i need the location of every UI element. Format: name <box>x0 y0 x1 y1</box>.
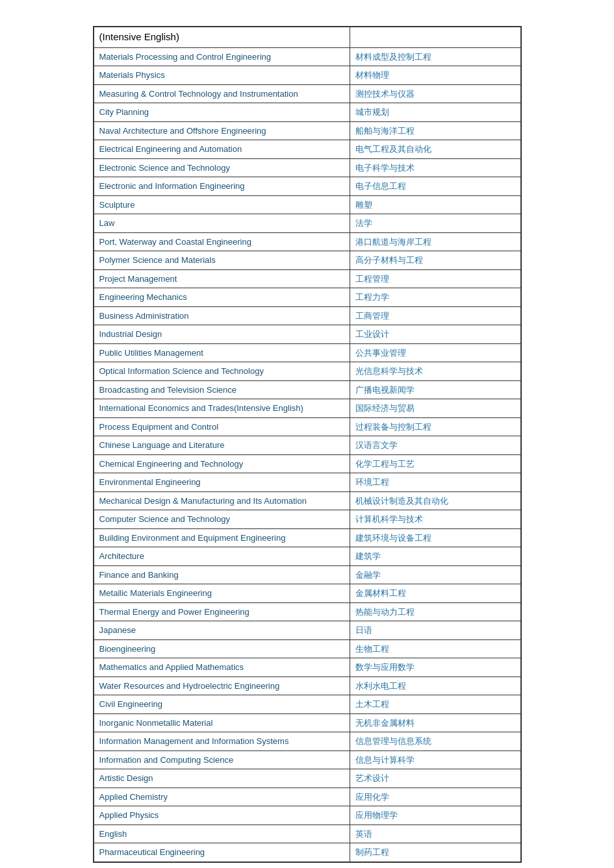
english-name: Building Environment and Equipment Engin… <box>94 528 350 547</box>
chinese-name: 雕塑 <box>350 195 520 214</box>
english-name: Law <box>94 214 350 233</box>
table-row: International Economics and Trades(Inten… <box>94 399 520 418</box>
chinese-name: 信息与计算科学 <box>350 750 520 769</box>
chinese-name: 公共事业管理 <box>350 343 520 362</box>
english-name: Thermal Energy and Power Engineering <box>94 602 350 621</box>
table-row: Electronic Science and Technology电子科学与技术 <box>94 158 520 177</box>
english-name: Chemical Engineering and Technology <box>94 454 350 473</box>
english-name: Finance and Banking <box>94 565 350 584</box>
chinese-name: 材料成型及控制工程 <box>350 47 520 66</box>
table-row: Building Environment and Equipment Engin… <box>94 528 520 547</box>
chinese-name <box>350 27 520 48</box>
chinese-name: 电子信息工程 <box>350 177 520 196</box>
chinese-name: 生物工程 <box>350 639 520 658</box>
english-name: Public Utilities Management <box>94 343 350 362</box>
english-name: Broadcasting and Television Science <box>94 380 350 399</box>
table-row: Public Utilities Management公共事业管理 <box>94 343 520 362</box>
english-name: Inorganic Nonmetallic Material <box>94 713 350 732</box>
table-row: Port, Waterway and Coastal Engineering港口… <box>94 232 520 251</box>
english-name: Information and Computing Science <box>94 750 350 769</box>
english-name: English <box>94 825 350 843</box>
table-row: Polymer Science and Materials高分子材料与工程 <box>94 251 520 270</box>
english-name: Polymer Science and Materials <box>94 251 350 270</box>
chinese-name: 机械设计制造及其自动化 <box>350 491 520 510</box>
table-row: Law法学 <box>94 214 520 233</box>
table-row: Engineering Mechanics工程力学 <box>94 288 520 307</box>
english-name: Materials Processing and Control Enginee… <box>94 47 350 66</box>
english-name: Artistic Design <box>94 769 350 788</box>
english-name: Applied Chemistry <box>94 787 350 806</box>
chinese-name: 日语 <box>350 621 520 640</box>
table-row: Information and Computing Science信息与计算科学 <box>94 750 520 769</box>
table-row: Computer Science and Technology计算机科学与技术 <box>94 510 520 529</box>
main-table: (Intensive English)Materials Processing … <box>93 26 522 863</box>
english-name: Mechanical Design & Manufacturing and It… <box>94 491 350 510</box>
table-row: Optical Information Science and Technolo… <box>94 362 520 381</box>
chinese-name: 汉语言文学 <box>350 436 520 455</box>
chinese-name: 金属材料工程 <box>350 584 520 603</box>
chinese-name: 测控技术与仪器 <box>350 84 520 103</box>
chinese-name: 电气工程及其自动化 <box>350 140 520 159</box>
chinese-name: 工业设计 <box>350 325 520 344</box>
chinese-name: 土木工程 <box>350 695 520 714</box>
english-name: Naval Architecture and Offshore Engineer… <box>94 121 350 140</box>
table-row: Civil Engineering土木工程 <box>94 695 520 714</box>
english-name: Architecture <box>94 547 350 566</box>
chinese-name: 船舶与海洋工程 <box>350 121 520 140</box>
chinese-name: 工商管理 <box>350 306 520 325</box>
english-name: Civil Engineering <box>94 695 350 714</box>
english-name: Environmental Engineering <box>94 473 350 492</box>
table-row: Thermal Energy and Power Engineering热能与动… <box>94 602 520 621</box>
chinese-name: 信息管理与信息系统 <box>350 732 520 751</box>
english-name: Metallic Materials Engineering <box>94 584 350 603</box>
table-row: Materials Physics材料物理 <box>94 66 520 85</box>
table-row: Architecture建筑学 <box>94 547 520 566</box>
chinese-name: 应用物理学 <box>350 806 520 825</box>
table-row: Finance and Banking金融学 <box>94 565 520 584</box>
table-row: Process Equipment and Control过程装备与控制工程 <box>94 417 520 436</box>
chinese-name: 城市规划 <box>350 103 520 122</box>
chinese-name: 过程装备与控制工程 <box>350 417 520 436</box>
chinese-name: 国际经济与贸易 <box>350 399 520 418</box>
chinese-name: 金融学 <box>350 565 520 584</box>
table-row: (Intensive English) <box>94 27 520 48</box>
chinese-name: 化学工程与工艺 <box>350 454 520 473</box>
english-name: Optical Information Science and Technolo… <box>94 362 350 381</box>
english-name: Mathematics and Applied Mathematics <box>94 658 350 677</box>
table-row: Industrial Design工业设计 <box>94 325 520 344</box>
english-name: Business Administration <box>94 306 350 325</box>
table-row: Electrical Engineering and Automation电气工… <box>94 140 520 159</box>
english-name: Electronic and Information Engineering <box>94 177 350 196</box>
english-name: International Economics and Trades(Inten… <box>94 399 350 418</box>
table-row: Bioengineering生物工程 <box>94 639 520 658</box>
table-row: Broadcasting and Television Science广播电视新… <box>94 380 520 399</box>
chinese-name: 热能与动力工程 <box>350 602 520 621</box>
english-name: Bioengineering <box>94 639 350 658</box>
table-row: Environmental Engineering环境工程 <box>94 473 520 492</box>
table-row: Materials Processing and Control Enginee… <box>94 47 520 66</box>
table-row: Mathematics and Applied Mathematics数学与应用… <box>94 658 520 677</box>
english-name: Japanese <box>94 621 350 640</box>
english-name: Sculpture <box>94 195 350 214</box>
english-name: Applied Physics <box>94 806 350 825</box>
table-row: Metallic Materials Engineering金属材料工程 <box>94 584 520 603</box>
chinese-name: 应用化学 <box>350 787 520 806</box>
chinese-name: 广播电视新闻学 <box>350 380 520 399</box>
english-name: (Intensive English) <box>94 27 350 48</box>
english-name: Measuring & Control Technology and Instr… <box>94 84 350 103</box>
table-row: Inorganic Nonmetallic Material无机非金属材料 <box>94 713 520 732</box>
table-row: Mechanical Design & Manufacturing and It… <box>94 491 520 510</box>
english-name: City Planning <box>94 103 350 122</box>
table-row: City Planning城市规划 <box>94 103 520 122</box>
english-name: Pharmaceutical Engineering <box>94 843 350 862</box>
table-row: Applied Physics应用物理学 <box>94 806 520 825</box>
chinese-name: 制药工程 <box>350 843 520 862</box>
chinese-name: 建筑环境与设备工程 <box>350 528 520 547</box>
english-name: Water Resources and Hydroelectric Engine… <box>94 676 350 695</box>
chinese-name: 艺术设计 <box>350 769 520 788</box>
table-row: Chemical Engineering and Technology化学工程与… <box>94 454 520 473</box>
english-name: Industrial Design <box>94 325 350 344</box>
english-name: Port, Waterway and Coastal Engineering <box>94 232 350 251</box>
chinese-name: 港口航道与海岸工程 <box>350 232 520 251</box>
table-row: Pharmaceutical Engineering制药工程 <box>94 843 520 862</box>
